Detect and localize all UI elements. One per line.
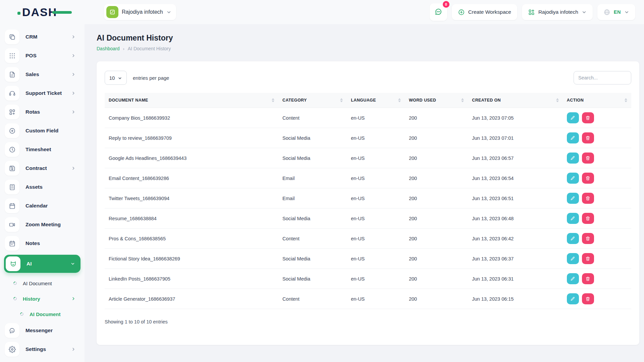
table-row: LinkedIn Posts_1686637905 Social Media e… <box>105 269 631 289</box>
sidebar-item-rotas[interactable]: Rotas <box>5 105 80 119</box>
sidebar-item-timesheet[interactable]: Timesheet <box>5 142 80 157</box>
sidebar-item-label: Settings <box>25 346 46 352</box>
edit-button[interactable] <box>567 112 579 123</box>
app-logo: DASH <box>22 6 57 18</box>
sidebar-item-ai-document-l2[interactable]: AI Document <box>5 308 80 320</box>
entries-summary: Showing 1 to 10 of 10 entries <box>105 319 631 324</box>
create-workspace-button[interactable]: Create Workspace <box>452 4 517 20</box>
row-actions <box>567 153 627 164</box>
sidebar-item-zoom-meeting[interactable]: Zoom Meeting <box>5 217 80 232</box>
delete-button[interactable] <box>582 213 594 224</box>
documents-table: DOCUMENT NAME CATEGORY LANGUAGE WORD USE… <box>105 93 631 309</box>
entries-per-page-label: entries per page <box>133 75 169 81</box>
table-row: Pros & Cons_1686638565 Content en-US 200… <box>105 229 631 249</box>
sort-icon <box>340 98 343 102</box>
language-selector[interactable]: EN <box>597 4 635 20</box>
custom-field-icon <box>5 123 19 138</box>
edit-button[interactable] <box>567 293 579 304</box>
trash-icon <box>585 156 590 161</box>
delete-button[interactable] <box>582 132 594 143</box>
messages-button[interactable]: 0 <box>430 3 447 21</box>
delete-button[interactable] <box>582 293 594 304</box>
cell-language: en-US <box>351 216 365 221</box>
chevron-right-icon <box>71 347 76 352</box>
column-header-created-on[interactable]: CREATED ON <box>468 93 563 108</box>
sidebar-item-calendar[interactable]: Calendar <box>5 198 80 213</box>
sidebar-item-sales[interactable]: Sales <box>5 67 80 82</box>
breadcrumb-dashboard-link[interactable]: Dashboard <box>97 46 120 51</box>
sidebar-item-crm[interactable]: CRM <box>5 29 80 44</box>
sidebar-item-notes[interactable]: Notes <box>5 236 80 251</box>
workspace-avatar-icon <box>106 6 118 18</box>
column-header-action[interactable]: ACTION <box>563 93 631 108</box>
edit-button[interactable] <box>567 213 579 224</box>
cell-language: en-US <box>351 115 365 121</box>
cell-category: Email <box>282 196 294 201</box>
column-header-category[interactable]: CATEGORY <box>278 93 347 108</box>
cell-document-name: Resume_1686638884 <box>109 216 157 221</box>
sidebar-item-history-l1[interactable]: History <box>5 292 80 305</box>
cell-category: Content <box>282 115 300 121</box>
cell-category: Content <box>282 296 300 302</box>
page-size-select[interactable]: 10 <box>105 71 127 85</box>
workspace-switcher[interactable]: Rajodiya infotech <box>104 4 176 20</box>
sidebar-item-contract[interactable]: Contract <box>5 161 80 176</box>
delete-button[interactable] <box>582 153 594 164</box>
edit-button[interactable] <box>567 153 579 164</box>
cell-word-used: 200 <box>409 115 417 121</box>
cell-language: en-US <box>351 176 365 181</box>
cell-language: en-US <box>351 296 365 302</box>
sidebar-item-label: Timesheet <box>25 146 51 153</box>
edit-button[interactable] <box>567 132 579 143</box>
cell-category: Social Media <box>282 216 310 221</box>
sidebar-item-support-ticket[interactable]: Support Ticket <box>5 86 80 101</box>
sidebar-item-ai[interactable]: AI <box>4 255 80 273</box>
sidebar-item-settings[interactable]: Settings <box>5 342 80 357</box>
delete-button[interactable] <box>582 193 594 204</box>
sidebar-item-pos[interactable]: POS <box>5 48 80 63</box>
edit-button[interactable] <box>567 193 579 204</box>
delete-button[interactable] <box>582 112 594 123</box>
trash-icon <box>585 276 590 281</box>
cell-created-on: Jun 13, 2023 06:31 <box>472 276 514 282</box>
column-header-word-used[interactable]: WORD USED <box>405 93 468 108</box>
column-header-language[interactable]: LANGUAGE <box>347 93 405 108</box>
edit-button[interactable] <box>567 173 579 184</box>
edit-button[interactable] <box>567 233 579 244</box>
sidebar-item-ai-document-l1[interactable]: AI Document <box>5 277 80 290</box>
delete-button[interactable] <box>582 233 594 244</box>
cell-language: en-US <box>351 276 365 282</box>
logo-wrap: DASH <box>0 6 84 18</box>
sort-icon <box>461 98 464 102</box>
calendar-icon <box>5 198 19 213</box>
cell-category: Social Media <box>282 256 310 261</box>
cell-word-used: 200 <box>409 236 417 241</box>
bullet-icon <box>13 296 17 301</box>
trash-icon <box>585 216 590 221</box>
column-header-document-name[interactable]: DOCUMENT NAME <box>105 93 278 108</box>
pencil-icon <box>570 115 575 120</box>
logo-dash-bar <box>52 11 72 14</box>
edit-button[interactable] <box>567 273 579 284</box>
sidebar-item-custom-field[interactable]: Custom Field <box>5 123 80 138</box>
delete-button[interactable] <box>582 173 594 184</box>
cell-word-used: 200 <box>409 276 417 282</box>
trash-icon <box>585 115 590 120</box>
edit-button[interactable] <box>567 253 579 264</box>
table-row: Reply to review_1686639709 Social Media … <box>105 128 631 148</box>
cell-created-on: Jun 13, 2023 06:42 <box>472 236 514 241</box>
sort-icon <box>556 98 559 102</box>
pos-icon <box>5 48 19 63</box>
sidebar-item-assets[interactable]: Assets <box>5 180 80 194</box>
breadcrumb-current: AI Document History <box>128 46 171 51</box>
delete-button[interactable] <box>582 253 594 264</box>
sidebar-item-messenger[interactable]: Messenger <box>5 323 80 338</box>
search-input[interactable] <box>574 71 631 84</box>
cell-category: Social Media <box>282 276 310 282</box>
chevron-right-icon <box>71 53 76 58</box>
sidebar-item-label: Calendar <box>25 203 48 209</box>
trash-icon <box>585 256 590 261</box>
messenger-icon <box>5 323 19 338</box>
account-workspace-dropdown[interactable]: Rajodiya infotech <box>522 4 593 20</box>
delete-button[interactable] <box>582 273 594 284</box>
